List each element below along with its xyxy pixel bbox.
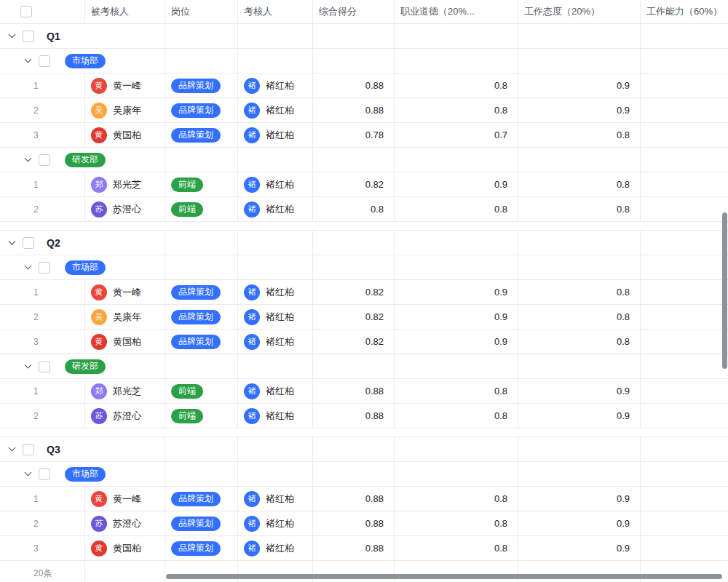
position-cell[interactable]: 品牌策划	[165, 123, 238, 147]
ethics-cell[interactable]: 0.8	[395, 73, 518, 97]
attitude-cell[interactable]: 0.8	[518, 197, 641, 221]
assessor-cell[interactable]: 褚褚红柏	[238, 536, 313, 560]
ethics-cell[interactable]: 0.8	[395, 511, 518, 535]
department-checkbox[interactable]	[39, 154, 50, 166]
ethics-cell[interactable]: 0.8	[395, 404, 518, 428]
position-cell[interactable]: 前端	[165, 172, 238, 196]
attitude-cell[interactable]: 0.9	[518, 511, 641, 535]
score-cell[interactable]: 0.88	[313, 98, 395, 122]
person-cell[interactable]: 苏苏澄心	[85, 511, 165, 535]
ability-cell[interactable]	[641, 379, 728, 403]
attitude-cell[interactable]: 0.8	[518, 280, 641, 304]
person-cell[interactable]: 郑郑光芝	[85, 379, 165, 403]
ethics-cell[interactable]: 0.8	[395, 536, 518, 560]
position-cell[interactable]: 品牌策划	[165, 305, 238, 329]
row-index-cell[interactable]: 2	[0, 305, 85, 329]
department-checkbox[interactable]	[39, 361, 50, 372]
position-cell[interactable]: 品牌策划	[165, 280, 238, 304]
horizontal-scrollbar[interactable]	[166, 574, 722, 579]
assessor-cell[interactable]: 褚褚红柏	[238, 73, 313, 97]
attitude-cell[interactable]: 0.9	[518, 98, 641, 122]
chevron-down-icon[interactable]	[23, 469, 33, 479]
row-index-cell[interactable]: 2	[0, 98, 85, 122]
position-cell[interactable]: 前端	[165, 379, 238, 403]
attitude-cell[interactable]: 0.8	[518, 330, 641, 354]
assessor-cell[interactable]: 褚褚红柏	[238, 330, 313, 354]
score-cell[interactable]: 0.88	[313, 73, 395, 97]
chevron-down-icon[interactable]	[23, 263, 33, 272]
assessor-cell[interactable]: 褚褚红柏	[238, 487, 313, 511]
person-cell[interactable]: 苏苏澄心	[85, 404, 165, 428]
person-cell[interactable]: 吴吴康年	[85, 98, 165, 122]
quarter-checkbox[interactable]	[23, 237, 34, 249]
ability-cell[interactable]	[641, 98, 728, 122]
assessor-cell[interactable]: 褚褚红柏	[238, 305, 313, 329]
vertical-scrollbar[interactable]	[722, 212, 727, 369]
person-cell[interactable]: 黄黄国柏	[85, 536, 165, 560]
ability-cell[interactable]	[641, 73, 728, 97]
attitude-cell[interactable]: 0.8	[518, 123, 641, 147]
attitude-cell[interactable]: 0.9	[518, 73, 641, 97]
chevron-down-icon[interactable]	[7, 238, 17, 247]
column-header-score[interactable]: 综合得分	[313, 0, 395, 23]
quarter-checkbox[interactable]	[23, 444, 34, 455]
score-cell[interactable]: 0.78	[313, 123, 395, 147]
person-cell[interactable]: 苏苏澄心	[85, 197, 165, 221]
ethics-cell[interactable]: 0.7	[395, 123, 518, 147]
ethics-cell[interactable]: 0.8	[395, 487, 518, 511]
department-checkbox[interactable]	[39, 262, 50, 274]
department-checkbox[interactable]	[39, 469, 50, 480]
position-cell[interactable]: 前端	[165, 404, 238, 428]
score-cell[interactable]: 0.88	[313, 487, 395, 511]
row-index-cell[interactable]: 1	[0, 379, 85, 403]
ability-cell[interactable]	[641, 280, 728, 304]
chevron-down-icon[interactable]	[7, 31, 17, 41]
score-cell[interactable]: 0.88	[313, 536, 395, 560]
ability-cell[interactable]	[641, 172, 728, 196]
chevron-down-icon[interactable]	[23, 362, 33, 371]
assessor-cell[interactable]: 褚褚红柏	[238, 511, 313, 535]
score-cell[interactable]: 0.82	[313, 172, 395, 196]
column-header-ethics[interactable]: 职业道德（20%...	[395, 0, 518, 23]
assessor-cell[interactable]: 褚褚红柏	[238, 123, 313, 147]
row-index-cell[interactable]: 1	[0, 73, 85, 97]
ability-cell[interactable]	[641, 536, 728, 560]
ability-cell[interactable]	[641, 330, 728, 354]
ethics-cell[interactable]: 0.8	[395, 197, 518, 221]
ethics-cell[interactable]: 0.9	[395, 280, 518, 304]
assessor-cell[interactable]: 褚褚红柏	[238, 379, 313, 403]
row-index-cell[interactable]: 2	[0, 511, 85, 535]
person-cell[interactable]: 黄黄国柏	[85, 123, 165, 147]
assessor-cell[interactable]: 褚褚红柏	[238, 98, 313, 122]
person-cell[interactable]: 吴吴康年	[85, 305, 165, 329]
ability-cell[interactable]	[641, 197, 728, 221]
row-index-cell[interactable]: 1	[0, 172, 85, 196]
quarter-checkbox[interactable]	[23, 31, 34, 42]
position-cell[interactable]: 品牌策划	[165, 536, 238, 560]
position-cell[interactable]: 前端	[165, 197, 238, 221]
ability-cell[interactable]	[641, 305, 728, 329]
attitude-cell[interactable]: 0.8	[518, 172, 641, 196]
ethics-cell[interactable]: 0.8	[395, 98, 518, 122]
position-cell[interactable]: 品牌策划	[165, 98, 238, 122]
ability-cell[interactable]	[641, 511, 728, 535]
row-index-cell[interactable]: 2	[0, 404, 85, 428]
score-cell[interactable]: 0.88	[313, 404, 395, 428]
row-index-cell[interactable]: 3	[0, 536, 85, 560]
column-header-assessor[interactable]: 考核人	[238, 0, 313, 23]
department-checkbox[interactable]	[39, 55, 50, 67]
assessor-cell[interactable]: 褚褚红柏	[238, 280, 313, 304]
chevron-down-icon[interactable]	[7, 445, 17, 454]
attitude-cell[interactable]: 0.9	[518, 536, 641, 560]
column-header-position[interactable]: 岗位	[165, 0, 238, 23]
row-index-cell[interactable]: 3	[0, 330, 85, 354]
chevron-down-icon[interactable]	[23, 56, 33, 65]
ethics-cell[interactable]: 0.8	[395, 379, 518, 403]
row-index-cell[interactable]: 2	[0, 197, 85, 221]
row-index-cell[interactable]: 1	[0, 280, 85, 304]
column-header-attitude[interactable]: 工作态度（20%）	[518, 0, 641, 23]
person-cell[interactable]: 黄黄一峰	[85, 280, 165, 304]
person-cell[interactable]: 郑郑光芝	[85, 172, 165, 196]
score-cell[interactable]: 0.88	[313, 379, 395, 403]
ethics-cell[interactable]: 0.9	[395, 172, 518, 196]
